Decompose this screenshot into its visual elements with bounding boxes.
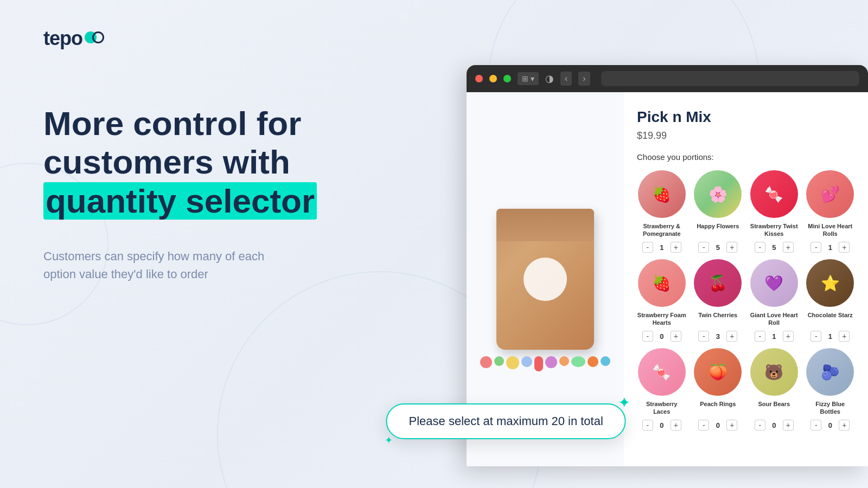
plus-button-11[interactable]: + [839,420,850,431]
qty-value-3: 1 [826,243,834,252]
qty-value-5: 3 [713,332,722,341]
minus-button-11[interactable]: - [810,420,821,431]
bag-body [496,209,594,350]
quantity-control-5: -3+ [698,331,737,342]
headline-line2: customers with [43,143,290,181]
candy-circle-1: 🌸 [694,170,742,218]
plus-button-4[interactable]: + [671,331,681,342]
minus-button-3[interactable]: - [810,242,821,253]
candy-name-8: Strawberry Laces [637,400,687,416]
candy-item: 🐻Sour Bears-0+ [749,348,799,431]
logo-text: tepo [43,27,82,50]
candy-1 [480,356,492,368]
candy-name-10: Sour Bears [758,400,790,416]
minus-button-2[interactable]: - [755,242,765,253]
browser-dot-close[interactable] [475,75,483,82]
candy-4 [521,356,532,367]
qty-value-0: 1 [658,243,666,252]
product-panel: Pick n Mix $19.99 Choose you portions: 🍓… [624,92,868,466]
candy-item: 🍒Twin Cherries-3+ [693,259,743,342]
toast-star-icon-2: ✦ [385,434,393,446]
description: Customers can specify how many of each o… [43,247,293,283]
quantity-control-9: -0+ [698,420,737,431]
product-title: Pick n Mix [637,108,855,126]
plus-button-0[interactable]: + [671,242,681,253]
minus-button-0[interactable]: - [642,242,653,253]
minus-button-8[interactable]: - [642,420,653,431]
quantity-control-8: -0+ [642,420,681,431]
candy-9 [588,356,598,367]
candy-name-11: Fizzy Blue Bottles [806,400,856,416]
plus-button-8[interactable]: + [671,420,681,431]
candy-7 [559,356,569,366]
bag-top [496,209,594,241]
plus-button-5[interactable]: + [726,331,737,342]
quantity-control-1: -5+ [698,242,737,253]
minus-button-10[interactable]: - [755,420,765,431]
quantity-control-6: -1+ [755,331,794,342]
qty-value-8: 0 [658,421,666,429]
qty-value-11: 0 [826,421,834,429]
browser-dot-maximize[interactable] [503,75,511,82]
candy-3 [506,356,519,369]
candy-item: 🍓Strawberry Foam Hearts-0+ [637,259,687,342]
candy-item: ⭐Chocolate Starz-1+ [806,259,856,342]
candy-item: 💕Mini Love Heart Rolls-1+ [806,170,856,253]
plus-button-6[interactable]: + [783,331,794,342]
quantity-control-4: -0+ [642,331,681,342]
browser-dot-minimize[interactable] [489,75,497,82]
minus-button-5[interactable]: - [698,331,709,342]
plus-button-3[interactable]: + [839,242,850,253]
plus-button-9[interactable]: + [726,420,737,431]
candy-name-6: Giant Love Heart Roll [749,311,799,328]
browser-bar: ⊞ ▾ ◑ ‹ › [467,65,868,92]
candy-circle-0: 🍓 [638,170,686,218]
candy-item: 🍬Strawberry Laces-0+ [637,348,687,431]
headline-line1: More control for [43,105,301,142]
qty-value-2: 5 [770,243,778,252]
candy-grid: 🍓Strawberry & Pomegranate-1+🌸Happy Flowe… [637,170,855,431]
candy-circle-10: 🐻 [750,348,798,396]
browser-back-button[interactable]: ‹ [560,72,572,86]
candy-circle-7: ⭐ [806,259,854,307]
minus-button-7[interactable]: - [810,331,821,342]
browser-forward-button[interactable]: › [578,72,590,86]
candy-6 [545,356,557,368]
candy-name-7: Chocolate Starz [808,311,853,328]
candy-10 [601,356,610,366]
toast-message: Please select at maximum 20 in total [409,414,603,428]
browser-url-bar[interactable] [601,71,859,86]
quantity-control-11: -0+ [810,420,850,431]
minus-button-1[interactable]: - [698,242,709,253]
plus-button-10[interactable]: + [783,420,794,431]
browser-sidebar-button[interactable]: ⊞ ▾ [518,72,539,85]
choose-label: Choose you portions: [637,152,855,162]
candy-name-4: Strawberry Foam Hearts [637,311,687,328]
plus-button-2[interactable]: + [783,242,794,253]
bag-logo-circle [524,258,567,301]
candy-circle-6: 💜 [750,259,798,307]
plus-button-1[interactable]: + [726,242,737,253]
sidebar-icon: ⊞ [522,74,528,83]
candy-item: 💜Giant Love Heart Roll-1+ [749,259,799,342]
logo-circle-outline [92,31,104,43]
candy-circle-4: 🍓 [638,259,686,307]
qty-value-4: 0 [658,332,666,341]
candy-circle-3: 💕 [806,170,854,218]
toast-star-icon-1: ✦ [618,394,630,412]
qty-value-1: 5 [713,243,722,252]
minus-button-9[interactable]: - [698,420,709,431]
minus-button-4[interactable]: - [642,331,653,342]
candy-2 [494,356,504,366]
candy-item: 🍑Peach Rings-0+ [693,348,743,431]
minus-button-6[interactable]: - [755,331,765,342]
qty-value-6: 1 [770,332,778,341]
candy-circle-8: 🍬 [638,348,686,396]
candy-spill [475,356,616,371]
left-panel: tepo More control for customers with qua… [0,0,391,488]
candy-8 [571,356,585,367]
candy-item: 🍬Strawberry Twist Kisses-5+ [749,170,799,253]
logo-icon [85,31,104,43]
plus-button-7[interactable]: + [839,331,850,342]
quantity-control-7: -1+ [810,331,850,342]
